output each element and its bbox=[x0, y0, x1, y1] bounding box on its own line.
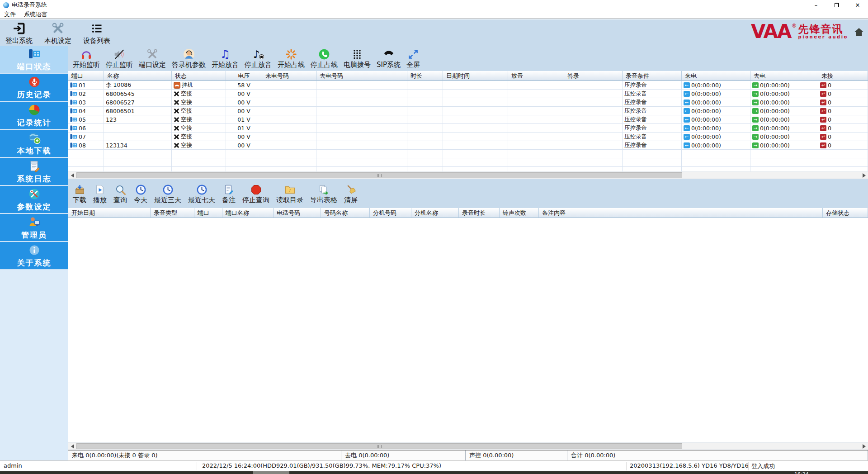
app-window: 电话录音系统 – ✕ 文件 系统语言 登出系统 本机设定 bbox=[0, 0, 868, 474]
table-row[interactable]: ← → ↵ bbox=[68, 158, 868, 167]
home-icon[interactable] bbox=[854, 27, 864, 38]
duration-cell bbox=[407, 150, 443, 158]
start-playback-button[interactable]: ♫ 开始放音 bbox=[212, 46, 239, 69]
query-toolbar: 下载 播放 查询 今天 bbox=[68, 179, 868, 208]
port-cell: 01 bbox=[68, 81, 104, 90]
scroll-right-arrow[interactable] bbox=[860, 443, 868, 450]
scroll-left-arrow[interactable] bbox=[69, 172, 76, 179]
stop-busy-button[interactable]: 停止占线 bbox=[311, 46, 338, 69]
close-button[interactable]: ✕ bbox=[847, 0, 868, 10]
query-button[interactable]: 查询 bbox=[113, 179, 127, 204]
col-ext-number[interactable]: 分机号码 bbox=[370, 208, 411, 218]
scroll-right-arrow[interactable] bbox=[860, 172, 868, 179]
stop-playback-button[interactable]: ♪ 停止放音 bbox=[245, 46, 272, 69]
play-button[interactable]: 播放 bbox=[93, 179, 107, 204]
table-row[interactable]: ← → ↵ bbox=[68, 150, 868, 158]
col-answer[interactable]: 答录 bbox=[564, 71, 623, 81]
port-settings-button[interactable]: 端口设定 bbox=[139, 46, 166, 69]
sidebar-item-parameters[interactable]: 参数设定 bbox=[0, 186, 68, 214]
col-record-type[interactable]: 录音类型 bbox=[151, 208, 194, 218]
note-pencil-icon bbox=[223, 183, 234, 196]
mute-speaker-icon bbox=[113, 47, 125, 61]
col-ring-count[interactable]: 铃声次数 bbox=[500, 208, 539, 218]
minimize-button[interactable]: – bbox=[806, 0, 826, 10]
last-3-days-button[interactable]: 最近三天 bbox=[154, 179, 181, 204]
sidebar-item-system-log[interactable]: 系统日志 bbox=[0, 158, 68, 186]
sidebar-item-about[interactable]: 关于系统 bbox=[0, 242, 68, 270]
incoming-cell: ←0(0:00:00) bbox=[682, 90, 750, 98]
restore-button[interactable] bbox=[826, 0, 847, 10]
col-port[interactable]: 端口 bbox=[194, 208, 222, 218]
fullscreen-button[interactable]: 全屏 bbox=[406, 46, 420, 69]
answering-machine-params-button[interactable]: 答录机参数 bbox=[172, 46, 206, 69]
col-missed[interactable]: 未接 bbox=[818, 71, 868, 81]
local-settings-button[interactable]: 本机设定 bbox=[42, 21, 74, 45]
sidebar-item-port-status[interactable]: 端口状态 bbox=[0, 46, 68, 74]
export-table-button[interactable]: 导出表格 bbox=[310, 179, 337, 204]
sidebar-item-statistics[interactable]: 记录统计 bbox=[0, 102, 68, 130]
scroll-thumb[interactable] bbox=[76, 443, 682, 449]
table-row[interactable]: 06 空接 01 V 压控录音 ←0(0:00:00) →0(0:00:00) … bbox=[68, 124, 868, 133]
stop-listen-button[interactable]: 停止监听 bbox=[106, 46, 133, 69]
today-button[interactable]: 今天 bbox=[134, 179, 147, 204]
sidebar-item-admin[interactable]: 管理员 bbox=[0, 214, 68, 242]
table-row[interactable]: 01 李 10086 挂机 58 V 压控录音 ←0(0:00:00) →0(0… bbox=[68, 81, 868, 90]
col-start-date[interactable]: 开始日期 bbox=[68, 208, 151, 218]
col-port-name[interactable]: 端口名称 bbox=[222, 208, 274, 218]
col-incoming[interactable]: 来电 bbox=[682, 71, 750, 81]
table-row[interactable]: ← → ↵ bbox=[68, 167, 868, 171]
col-datetime[interactable]: 日期时间 bbox=[443, 71, 508, 81]
sip-system-button[interactable]: SIP系统 bbox=[377, 46, 401, 69]
col-storage-status[interactable]: 存储状态 bbox=[823, 208, 868, 218]
taskbar-clock: 16:24 bbox=[794, 471, 809, 474]
record-table-hscrollbar[interactable] bbox=[68, 442, 868, 450]
start-busy-button[interactable]: 开始占线 bbox=[278, 46, 305, 69]
col-called-number[interactable]: 去电号码 bbox=[316, 71, 407, 81]
idle-x-icon bbox=[174, 125, 179, 131]
col-playback[interactable]: 放音 bbox=[508, 71, 564, 81]
col-phone-number[interactable]: 电话号码 bbox=[274, 208, 321, 218]
caller-number-cell bbox=[262, 158, 316, 167]
table-row[interactable]: 05 123 空接 01 V 压控录音 ←0(0:00:00) →0(0:00:… bbox=[68, 115, 868, 124]
col-record-duration[interactable]: 录音时长 bbox=[459, 208, 500, 218]
table-row[interactable]: 02 68006545 空接 00 V 压控录音 ←0(0:00:00) →0(… bbox=[68, 90, 868, 98]
download-button[interactable]: 下载 bbox=[73, 179, 86, 204]
device-list-button[interactable]: 设备列表 bbox=[80, 21, 113, 45]
stop-query-button[interactable]: 停止查询 bbox=[242, 179, 269, 204]
col-name[interactable]: 名称 bbox=[104, 71, 172, 81]
col-outgoing[interactable]: 去电 bbox=[750, 71, 818, 81]
read-directory-button[interactable]: ♪ 读取目录 bbox=[276, 179, 303, 204]
col-status[interactable]: 状态 bbox=[172, 71, 226, 81]
col-record-condition[interactable]: 录音条件 bbox=[623, 71, 682, 81]
menu-file[interactable]: 文件 bbox=[4, 10, 16, 19]
menu-language[interactable]: 系统语言 bbox=[24, 10, 47, 19]
start-listen-button[interactable]: 开始监听 bbox=[73, 46, 100, 69]
pc-dial-button[interactable]: 电脑拨号 bbox=[344, 46, 371, 69]
col-ext-name[interactable]: 分机名称 bbox=[411, 208, 459, 218]
table-row[interactable]: 04 68006501 空接 00 V 压控录音 ←0(0:00:00) →0(… bbox=[68, 107, 868, 115]
table-row[interactable]: 07 空接 00 V 压控录音 ←0(0:00:00) →0(0:00:00) … bbox=[68, 133, 868, 141]
table-row[interactable]: 03 68006527 空接 00 V 压控录音 ←0(0:00:00) →0(… bbox=[68, 98, 868, 107]
last-7-days-button[interactable]: 最近七天 bbox=[188, 179, 215, 204]
col-number-name[interactable]: 号码名称 bbox=[321, 208, 370, 218]
col-remark[interactable]: 备注内容 bbox=[539, 208, 823, 218]
record-condition-cell: 压控录音 bbox=[623, 81, 682, 90]
col-caller-number[interactable]: 来电号码 bbox=[262, 71, 316, 81]
remark-button[interactable]: 备注 bbox=[222, 179, 236, 204]
col-port[interactable]: 端口 bbox=[68, 71, 104, 81]
col-voltage[interactable]: 电压 bbox=[226, 71, 262, 81]
sidebar-item-local-download[interactable]: 本地下载 bbox=[0, 130, 68, 158]
logout-button[interactable]: 登出系统 bbox=[3, 21, 35, 45]
clear-screen-button[interactable]: 清屏 bbox=[344, 179, 358, 204]
port-table-hscrollbar[interactable] bbox=[68, 171, 868, 179]
table-row[interactable]: 08 123134 空接 00 V 压控录音 ←0(0:00:00) →0(0:… bbox=[68, 141, 868, 150]
footer-bar: admin 2022/12/5 16:24:00(HDD929.01(GB)/9… bbox=[0, 460, 868, 472]
scroll-left-arrow[interactable] bbox=[69, 443, 76, 450]
clock-icon bbox=[162, 183, 174, 196]
sidebar-item-history[interactable]: 历史记录 bbox=[0, 74, 68, 102]
scroll-thumb[interactable] bbox=[76, 172, 682, 178]
idle-x-icon bbox=[174, 100, 179, 105]
col-duration[interactable]: 时长 bbox=[407, 71, 443, 81]
missed-cell: ↵0 bbox=[818, 81, 868, 90]
music-notes-icon: ♫ bbox=[220, 47, 230, 61]
